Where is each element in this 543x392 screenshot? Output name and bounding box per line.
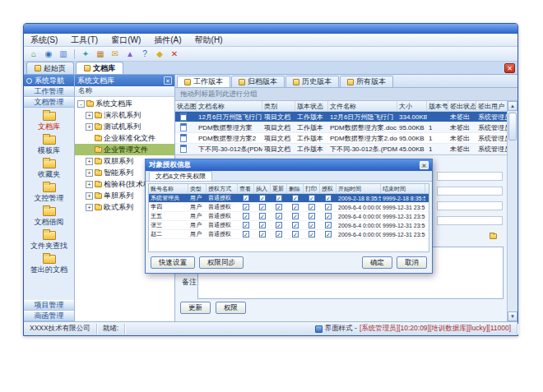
checkbox-checked[interactable]: ✓ — [309, 222, 315, 228]
permission-column-9[interactable]: 授权 — [320, 184, 336, 193]
expander-icon[interactable]: + — [86, 123, 93, 131]
detail-field[interactable] — [437, 201, 503, 210]
refresh-icon[interactable]: ◉ — [43, 48, 54, 60]
checkbox-checked[interactable]: ✓ — [259, 204, 266, 210]
detail-field[interactable] — [437, 172, 503, 181]
title-bar[interactable] — [24, 24, 517, 34]
checkbox-checked[interactable]: ✓ — [292, 204, 299, 210]
expander-icon[interactable]: + — [86, 192, 93, 200]
checkbox-checked[interactable]: ✓ — [309, 231, 315, 238]
detail-field[interactable] — [437, 216, 503, 225]
checkbox-checked[interactable]: ✓ — [309, 195, 315, 201]
close-tree-panel-icon[interactable]: ✕ — [164, 76, 172, 85]
permission-column-11[interactable]: 结束时间 — [381, 184, 425, 193]
dialog-tab-permissions[interactable]: 文档&文件夹权限 — [149, 171, 212, 181]
checkbox-checked[interactable]: ✓ — [292, 195, 299, 201]
ok-button[interactable]: 确定 — [362, 256, 392, 269]
checkbox-checked[interactable]: ✓ — [292, 222, 299, 228]
help-icon[interactable]: ? — [139, 48, 151, 60]
document-tab-2[interactable]: 文档库 — [76, 62, 123, 74]
tree-item-3[interactable]: +测试机系列 — [75, 121, 174, 132]
expander-icon[interactable]: - — [77, 100, 85, 108]
chart-icon[interactable]: ▲ — [124, 48, 136, 60]
document-tab-1[interactable]: 起始页 — [26, 62, 74, 74]
permission-row[interactable]: 系统管理员用户普通授权✓✓✓✓✓✓2009-2-18 8:35:579999-2… — [149, 194, 429, 203]
tree-item-2[interactable]: +演示机系列 — [75, 109, 174, 121]
scroll-up-icon[interactable]: ▲ — [508, 101, 517, 111]
permission-button[interactable]: 权限 — [216, 302, 246, 314]
sidebar-item-1[interactable]: 文档库 — [24, 110, 74, 134]
cancel-button[interactable]: 取消 — [397, 256, 427, 269]
checkbox-checked[interactable]: ✓ — [309, 213, 315, 219]
checkbox-checked[interactable]: ✓ — [325, 204, 332, 210]
column-header-8[interactable]: 签出状态 — [448, 101, 476, 111]
permission-column-4[interactable]: 查看 — [238, 184, 254, 193]
permission-sync-button[interactable]: 权限同步 — [199, 256, 244, 269]
permission-column-3[interactable]: 授权方式 — [207, 184, 238, 193]
permission-row[interactable]: 李四用户普通授权✓✓✓✓✓✓2009-6-4 0:00:009999-12-31… — [149, 203, 429, 212]
sidebar-item-6[interactable]: 文件夹查找 — [24, 229, 74, 253]
menu-item-1[interactable]: 系统(S) — [24, 35, 64, 46]
sidebar-item-4[interactable]: 文控管理 — [24, 182, 74, 205]
permission-column-7[interactable]: 删除 — [287, 184, 304, 193]
version-tab-2[interactable]: 归档版本 — [231, 76, 285, 87]
checkbox-checked[interactable]: ✓ — [309, 204, 315, 210]
scroll-down-icon[interactable]: ▼ — [508, 311, 517, 321]
permission-column-6[interactable]: 更新 — [271, 184, 287, 193]
home-icon[interactable]: ⌂ — [28, 48, 39, 60]
column-header-7[interactable]: 版本号 — [427, 101, 448, 111]
save-icon[interactable]: ▥ — [58, 48, 69, 60]
table-row[interactable]: 下不同-30-012条(PDM项目文档工作版本下不同-30-012条.(PDM4… — [175, 144, 507, 154]
sidebar-item-3[interactable]: 收藏夹 — [24, 158, 74, 182]
folder-browse-icon[interactable] — [490, 233, 497, 239]
checkbox-checked[interactable]: ✓ — [259, 222, 266, 228]
tree-item-1[interactable]: -系统文档库 — [75, 98, 174, 109]
version-tab-4[interactable]: 所有版本 — [340, 76, 393, 87]
version-tab-1[interactable]: 工作版本 — [177, 76, 230, 87]
group-by-area[interactable]: 拖动列标题到此进行分组 — [175, 88, 517, 101]
checkbox-checked[interactable]: ✓ — [276, 195, 282, 201]
sidebar-item-2[interactable]: 模板库 — [24, 134, 74, 158]
tree-column-header[interactable]: 名称 — [75, 86, 174, 97]
column-header-5[interactable]: 文件名称 — [328, 101, 397, 111]
expander-icon[interactable]: + — [86, 158, 93, 165]
menu-item-4[interactable]: 插件(A) — [147, 35, 188, 46]
tree-item-4[interactable]: 企业标准化文件 — [75, 132, 174, 144]
menu-item-2[interactable]: 工具(T) — [64, 35, 104, 46]
quick-settings-button[interactable]: 快速设置 — [151, 256, 195, 269]
sidebar-item-7[interactable]: 签出的文档 — [24, 253, 74, 277]
version-tab-3[interactable]: 历史版本 — [285, 76, 339, 87]
permission-row[interactable]: 张三用户普通授权✓✓✓✓✓✓2009-6-4 0:00:009999-12-31… — [149, 221, 429, 230]
permission-column-8[interactable]: 打印 — [304, 184, 320, 193]
column-header-6[interactable]: 大小 — [397, 101, 427, 111]
checkbox-checked[interactable]: ✓ — [259, 195, 266, 201]
mail-icon[interactable]: ✉ — [109, 48, 121, 60]
checkbox-checked[interactable]: ✓ — [276, 213, 282, 219]
permission-row[interactable]: 王五用户普通授权✓✓✓✓✓✓2009-6-4 0:00:009999-12-31… — [149, 212, 429, 221]
menu-item-3[interactable]: 窗口(W) — [104, 35, 147, 46]
sidebar-band-document[interactable]: 文档管理 — [24, 97, 74, 108]
expander-icon[interactable]: + — [86, 169, 93, 177]
permission-column-5[interactable]: 插入 — [254, 184, 271, 193]
checkbox-checked[interactable]: ✓ — [325, 231, 332, 238]
table-row[interactable]: PDM数据整理方案项目文档工作版本PDM数据整理方案.doc95.00KB1未签… — [175, 122, 507, 133]
expander-icon[interactable]: + — [86, 204, 93, 211]
checkbox-checked[interactable]: ✓ — [276, 222, 282, 228]
vertical-scrollbar[interactable]: ▲ ▼ — [507, 101, 517, 321]
checkbox-checked[interactable]: ✓ — [325, 195, 332, 201]
close-document-tab-button[interactable]: ✕ — [504, 63, 515, 73]
lock-icon[interactable]: ◆ — [154, 48, 165, 60]
exit-icon[interactable]: ✕ — [169, 48, 180, 60]
sidebar-item-5[interactable]: 文档借阅 — [24, 205, 74, 229]
table-row[interactable]: 12月6日万州隐飞行门项目文档工作版本12月6日万州隐飞行门334.00KB未签… — [175, 112, 507, 122]
checkbox-checked[interactable]: ✓ — [243, 213, 249, 219]
checkbox-checked[interactable]: ✓ — [243, 204, 249, 210]
checkbox-checked[interactable]: ✓ — [276, 231, 282, 238]
menu-item-5[interactable]: 帮助(H) — [188, 35, 230, 46]
sidebar-band-project[interactable]: 项目管理 — [24, 300, 74, 311]
permission-column-10[interactable]: 开始时间 — [336, 184, 381, 193]
checkbox-checked[interactable]: ✓ — [292, 231, 299, 238]
checkbox-checked[interactable]: ✓ — [259, 213, 266, 219]
permission-column-1[interactable]: 账号名称 — [149, 184, 188, 193]
expander-icon[interactable]: + — [86, 112, 93, 119]
